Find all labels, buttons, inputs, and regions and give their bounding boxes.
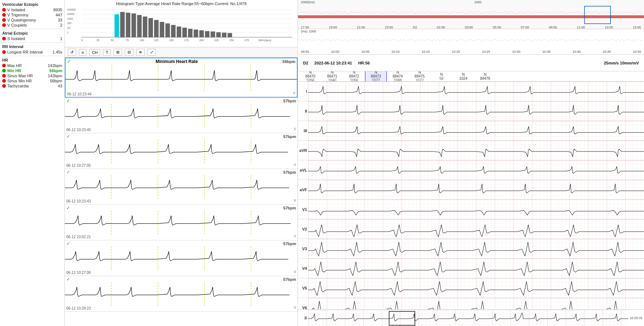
beat-cell-3[interactable]: N 88473 1072 (365, 71, 387, 82)
svg-rect-361 (482, 41, 483, 42)
lead-ecg-aVF (308, 180, 644, 199)
svg-rect-107 (356, 13, 356, 13)
sidebar-item-longest-rr[interactable]: Longest RR Interval 1.45s (1, 50, 64, 55)
top-y-label-1000: 1000 (474, 0, 482, 4)
ecg-strip-1[interactable]: ✓ 57bpm 06-12 10:23:45 ≡ (65, 98, 298, 133)
strip-menu-icon-5[interactable]: ≡ (294, 269, 296, 274)
lead-name-V2: V2 (298, 227, 308, 231)
svg-rect-404 (562, 39, 562, 40)
svg-rect-16 (126, 13, 130, 37)
toolbar-ch-btn[interactable]: CH (89, 49, 100, 56)
ecg-strip-3[interactable]: ✓ 57bpm 06-12 10:23:43 ≡ (65, 169, 298, 205)
ecg-strip-6[interactable]: ✓ 57bpm 06-12 10:29:23 ≡ (65, 276, 298, 312)
strip-menu-icon-1[interactable]: ≡ (294, 126, 296, 131)
toolbar: ↺ ≡ CH T ⊞ ⊟ ≋ ⤢ (65, 47, 298, 58)
svg-rect-308 (384, 40, 384, 40)
ecg-strip-5[interactable]: ✓ 57bpm 06-12 10:27:06 ≡ (65, 240, 298, 276)
sidebar-item-v-isolated[interactable]: V Isolated 8935 (1, 7, 64, 12)
beat-cell-2[interactable]: N 88472 1056 (343, 71, 365, 82)
svg-rect-156 (447, 12, 447, 13)
sidebar-item-min-hr[interactable]: Min HR 56bpm (1, 68, 64, 73)
strip-menu-icon-6[interactable]: ≡ (294, 305, 296, 310)
beat-cell-5[interactable]: N 88475 1072 (409, 71, 431, 82)
beat-cell-1[interactable]: N 88471 1040 (321, 71, 343, 82)
ecg-strip-2[interactable]: ✓ 57bpm 06-12 10:27:05 ≡ (65, 133, 298, 169)
svg-text:125: 125 (154, 39, 158, 42)
svg-rect-323 (412, 39, 412, 40)
svg-rect-191 (512, 12, 512, 12)
sidebar-item-sinus-min-hr[interactable]: Sinus Min HR 56bpm (1, 78, 64, 83)
svg-rect-112 (365, 13, 365, 13)
sidebar-item-sinus-max-hr[interactable]: Sinus Max HR 142bpm (1, 73, 64, 78)
beat-cell-8[interactable]: N 88476 (474, 72, 496, 81)
svg-rect-76 (298, 15, 644, 18)
toolbar-list-btn[interactable]: ≡ (79, 49, 86, 56)
toolbar-wave-btn[interactable]: ≋ (136, 49, 145, 56)
beat-cell-4[interactable]: N 88474 1088 (387, 71, 409, 82)
sidebar-section-hr: HR (1, 57, 64, 63)
ecg-strip-0[interactable]: ✓ Minimum Heart Rate 56bpm 06-12 (65, 58, 298, 98)
svg-rect-116 (372, 13, 373, 13)
beat-rr-3: 1072 (372, 78, 380, 82)
toolbar-expand-btn[interactable]: ⤢ (148, 49, 156, 56)
sidebar-item-tachycardia[interactable]: Tachycardia 43 (1, 83, 64, 89)
beat-type-0: N (309, 71, 311, 74)
strip-menu-icon-2[interactable]: ≡ (294, 162, 296, 167)
sidebar-item-v-trigeminy[interactable]: V Trigeminy 447 (1, 12, 64, 17)
svg-rect-433 (616, 41, 616, 42)
svg-rect-268 (309, 39, 310, 40)
svg-rect-307 (382, 41, 382, 42)
beat-cell-7[interactable]: N 1024 (452, 72, 474, 81)
svg-rect-285 (341, 40, 341, 40)
svg-rect-267 (307, 40, 308, 40)
s-isolated-label: S Isolated (7, 36, 48, 41)
strip-menu-icon-0[interactable]: ≡ (293, 90, 295, 95)
beat-cell-6[interactable]: N 58 (431, 72, 452, 81)
ecg-strip-4[interactable]: ✓ 57bpm 06-12 10:02:21 ≡ (65, 205, 298, 240)
beat-header-row: N 88470 1056 N 88471 1040 N 88472 1056 N… (298, 71, 644, 82)
svg-rect-461 (308, 310, 628, 326)
svg-rect-117 (374, 12, 374, 13)
beat-cell-0[interactable]: N 88470 1056 (299, 71, 321, 82)
svg-rect-189 (508, 12, 508, 13)
svg-rect-383 (523, 40, 523, 41)
svg-rect-352 (466, 41, 466, 41)
beat-num-5: 88475 (415, 74, 425, 78)
mid-time-1045: 10:45 (603, 50, 611, 54)
lead-name-V6: V6 (298, 306, 308, 310)
lead-row-aVL: aVL (298, 160, 644, 180)
toolbar-minus-btn[interactable]: ⊟ (125, 49, 133, 56)
svg-rect-133 (404, 12, 404, 12)
svg-rect-225 (575, 12, 576, 13)
toolbar-refresh-btn[interactable]: ↺ (68, 49, 76, 56)
beat-type-3: N (374, 71, 377, 74)
svg-rect-170 (473, 13, 473, 13)
dot-red-icon (2, 64, 6, 67)
svg-rect-440 (629, 39, 629, 40)
svg-rect-134 (406, 13, 406, 13)
strip-menu-icon-4[interactable]: ≡ (294, 233, 296, 239)
svg-rect-424 (599, 41, 600, 41)
sidebar-item-s-isolated[interactable]: S Isolated 1 (1, 36, 64, 41)
middle-panel: Histogram Type:Average Heart Rate Range:… (65, 0, 298, 326)
dot-red-icon (2, 8, 6, 12)
strip-time-4: 06-12 10:02:21 (65, 235, 298, 239)
sidebar-item-max-hr[interactable]: Max HR 142bpm (1, 63, 64, 68)
sidebar-item-v-couplets[interactable]: V Couplets 2 (1, 23, 64, 28)
top-time-0700: 07:00 (521, 25, 529, 29)
svg-rect-251 (624, 13, 624, 13)
tachycardia-label: Tachycardia (7, 84, 48, 88)
svg-rect-266 (305, 40, 306, 40)
toolbar-grid-btn[interactable]: ⊞ (114, 49, 122, 56)
lead-row-V6: V6 (298, 298, 644, 309)
strip-menu-icon-3[interactable]: ≡ (294, 198, 296, 203)
svg-rect-311 (389, 40, 389, 41)
sidebar-item-v-quadrigeminy[interactable]: V Quadrigeminy 33 (1, 17, 64, 23)
svg-rect-109 (360, 12, 360, 12)
svg-rect-370 (499, 41, 499, 41)
toolbar-t-btn[interactable]: T (103, 49, 111, 56)
mid-time-1050: 10:50 (633, 50, 641, 54)
top-overview-svg (298, 4, 644, 24)
svg-rect-380 (518, 40, 518, 40)
svg-rect-335 (434, 40, 434, 40)
